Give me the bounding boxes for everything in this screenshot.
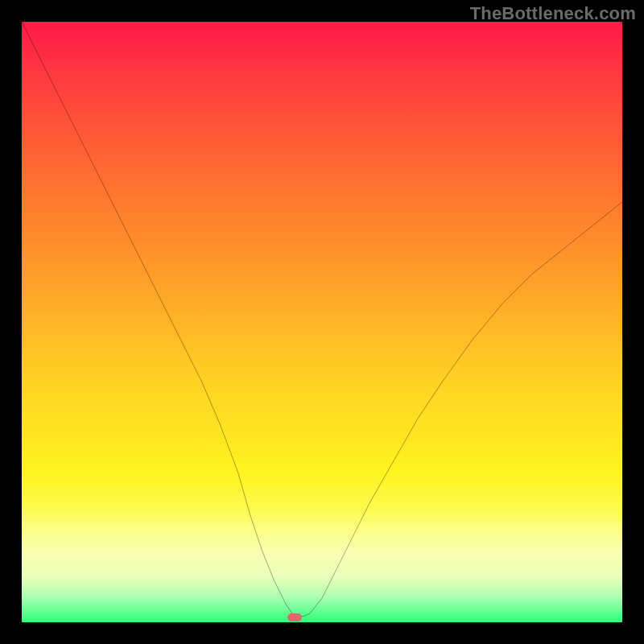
bottleneck-curve <box>22 22 622 622</box>
watermark-text: TheBottleneck.com <box>470 3 636 24</box>
optimal-point-marker <box>287 613 302 621</box>
chart-frame: TheBottleneck.com <box>0 0 644 644</box>
plot-area <box>22 22 622 622</box>
